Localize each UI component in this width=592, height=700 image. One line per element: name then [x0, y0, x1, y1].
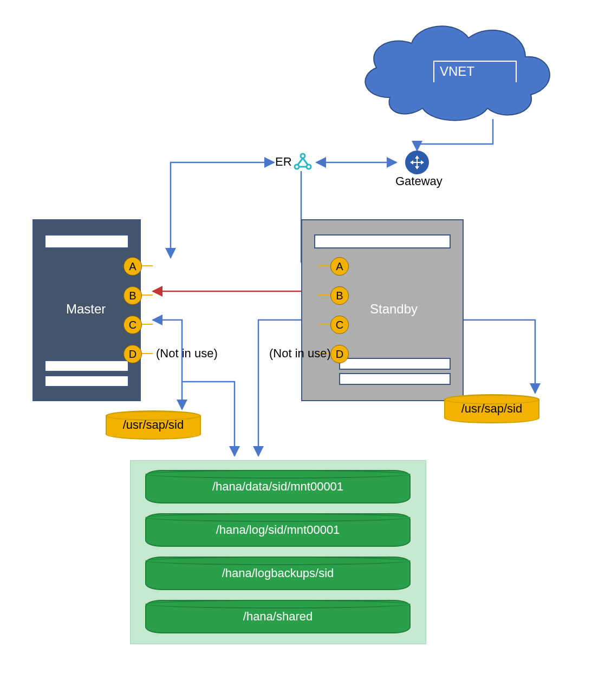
- shared-vol-0: /hana/data/sid/mnt00001: [145, 470, 411, 503]
- svg-point-1: [295, 165, 299, 169]
- gateway-node: [405, 151, 429, 174]
- vnet-cloud: VNET: [352, 16, 558, 125]
- master-port-a: A: [123, 257, 142, 276]
- shared-vol-1: /hana/log/sid/mnt00001: [145, 513, 411, 547]
- standby-label: Standby: [370, 302, 418, 317]
- master-port-c: C: [123, 316, 142, 334]
- gateway-label: Gateway: [395, 174, 443, 188]
- master-port-b: B: [123, 286, 142, 305]
- shared-vol-2: /hana/logbackups/sid: [145, 557, 411, 590]
- master-disk: /usr/sap/sid: [106, 410, 201, 440]
- er-label: ER: [275, 155, 292, 169]
- standby-port-c: C: [330, 316, 349, 334]
- standby-server: Standby: [301, 219, 464, 401]
- standby-not-in-use: (Not in use): [269, 346, 331, 361]
- gateway-icon: [405, 151, 429, 174]
- standby-port-a: A: [330, 257, 349, 276]
- master-label: Master: [66, 302, 106, 317]
- svg-point-2: [307, 165, 311, 169]
- master-server: Master: [32, 219, 141, 401]
- master-port-d: D: [123, 345, 142, 363]
- standby-port-d: D: [330, 345, 349, 363]
- svg-point-0: [301, 154, 305, 158]
- er-icon: [294, 153, 312, 173]
- standby-port-b: B: [330, 286, 349, 305]
- master-not-in-use: (Not in use): [156, 346, 218, 361]
- shared-vol-3: /hana/shared: [145, 600, 411, 633]
- standby-disk: /usr/sap/sid: [444, 394, 539, 423]
- vnet-label: VNET: [440, 64, 474, 78]
